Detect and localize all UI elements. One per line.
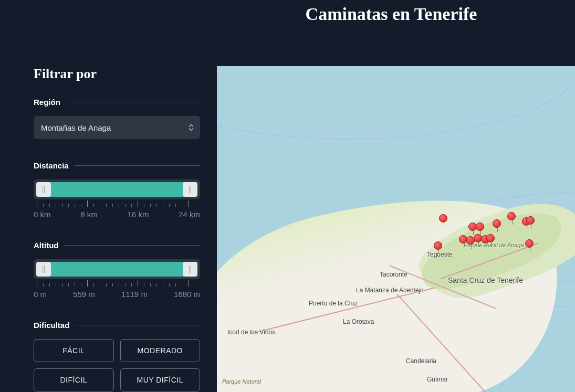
distance-slider[interactable]: [34, 179, 200, 199]
hikes-map[interactable]: TeguesteTacoronteLa Matanza de AcentejoP…: [217, 66, 575, 392]
tick-label: 0 m: [34, 290, 47, 299]
difficulty-label: Dificultad: [34, 321, 69, 330]
map-marker[interactable]: [493, 219, 502, 229]
distance-label: Distancia: [34, 161, 69, 170]
pin-icon: [439, 214, 447, 223]
tick-label: 1680 m: [174, 290, 200, 299]
map-marker[interactable]: [507, 212, 517, 221]
map-marker[interactable]: [439, 214, 448, 224]
region-selected-value: Montañas de Anaga: [41, 123, 111, 132]
map-place-label: Santa Cruz de Tenerife: [448, 276, 523, 284]
difficulty-easy-button[interactable]: FÁCIL: [34, 339, 114, 362]
map-place-label: Icod de los Vinos: [227, 329, 275, 336]
map-place-label: Tacoronte: [380, 271, 407, 278]
difficulty-hard-button[interactable]: DIFÍCIL: [34, 368, 114, 391]
map-place-label: Puerto de la Cruz: [309, 300, 358, 307]
map-marker[interactable]: [434, 241, 443, 251]
altitude-ticks: [34, 280, 200, 287]
divider: [75, 165, 200, 166]
altitude-fieldset: Altitud 0 m 559 m 1119 m 1680 m: [34, 241, 200, 299]
chevron-up-down-icon: [189, 124, 194, 131]
pin-icon: [434, 241, 442, 250]
filter-sidebar: Filtrar por Región Montañas de Anaga Dis…: [0, 66, 217, 392]
page-title: Caminatas en Tenerife: [0, 0, 575, 24]
region-label: Región: [34, 98, 60, 107]
pin-icon: [525, 239, 534, 248]
map-marker[interactable]: [476, 223, 485, 232]
pin-icon: [493, 219, 501, 228]
tick-label: 16 km: [128, 210, 149, 219]
difficulty-very-hard-button[interactable]: MUY DIFÍCIL: [120, 368, 201, 391]
map-place-label: Tegueste: [427, 251, 453, 258]
pin-icon: [476, 223, 484, 231]
tick-label: 559 m: [73, 290, 95, 299]
map-marker[interactable]: [525, 239, 535, 249]
distance-slider-max-handle[interactable]: [183, 182, 197, 197]
altitude-slider-min-handle[interactable]: [36, 262, 51, 277]
pin-icon: [526, 216, 535, 225]
map-marker[interactable]: [486, 234, 496, 243]
distance-fieldset: Distancia 0 km 8 km 16 km 24 km: [34, 161, 200, 219]
map-place-label: Candelaria: [406, 357, 436, 365]
distance-tick-labels: 0 km 8 km 16 km 24 km: [34, 210, 200, 219]
map-place-label: La Orotava: [343, 318, 374, 325]
altitude-label: Altitud: [34, 241, 58, 250]
slider-fill: [49, 182, 184, 197]
difficulty-fieldset: Dificultad FÁCIL MODERADO DIFÍCIL MUY DI…: [34, 321, 200, 391]
tick-label: 24 km: [179, 210, 200, 219]
map-place-label: La Matanza de Acentejo: [356, 287, 424, 294]
tick-label: 1119 m: [121, 290, 148, 299]
altitude-slider-max-handle[interactable]: [183, 262, 197, 277]
region-select[interactable]: Montañas de Anaga: [34, 116, 200, 139]
map-place-label: Güímar: [427, 376, 448, 383]
distance-slider-min-handle[interactable]: [36, 182, 51, 197]
map-marker[interactable]: [526, 216, 536, 226]
pin-icon: [486, 234, 495, 242]
filter-heading: Filtrar por: [34, 66, 200, 82]
divider: [76, 325, 200, 325]
tick-label: 8 km: [80, 210, 98, 219]
pin-icon: [507, 212, 516, 220]
region-fieldset: Región Montañas de Anaga: [34, 98, 200, 139]
tick-label: 0 km: [34, 210, 51, 219]
altitude-tick-labels: 0 m 559 m 1119 m 1680 m: [34, 290, 200, 299]
altitude-slider[interactable]: [34, 259, 200, 279]
distance-ticks: [34, 200, 200, 207]
divider: [65, 245, 200, 246]
difficulty-moderate-button[interactable]: MODERADO: [120, 339, 201, 362]
divider: [67, 102, 200, 102]
slider-fill: [49, 262, 184, 277]
map-place-label: Parque Natural: [222, 378, 261, 385]
